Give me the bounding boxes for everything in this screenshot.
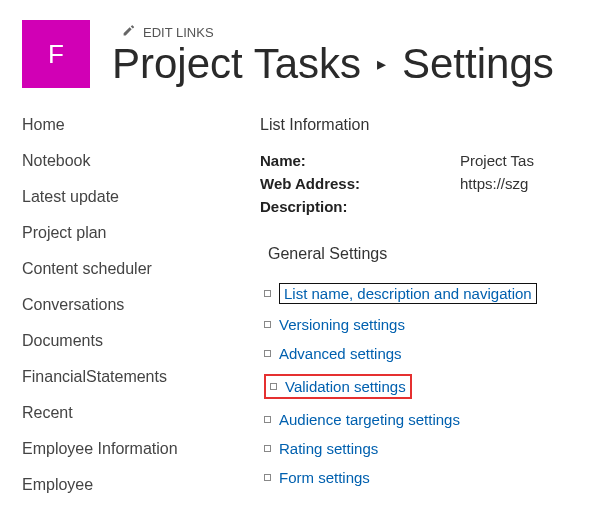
sidebar-item-home[interactable]: Home bbox=[22, 116, 220, 134]
pencil-icon bbox=[122, 24, 135, 40]
setting-audience-targeting-link[interactable]: Audience targeting settings bbox=[279, 411, 460, 428]
bullet-icon bbox=[264, 445, 271, 452]
setting-form: Form settings bbox=[264, 469, 603, 486]
validation-highlight: Validation settings bbox=[264, 374, 412, 399]
description-label: Description: bbox=[260, 198, 460, 215]
setting-versioning: Versioning settings bbox=[264, 316, 603, 333]
general-settings-heading: General Settings bbox=[260, 245, 603, 263]
sidebar-item-recent[interactable]: Recent bbox=[22, 404, 220, 422]
list-information-heading: List Information bbox=[260, 116, 603, 134]
setting-versioning-link[interactable]: Versioning settings bbox=[279, 316, 405, 333]
sidebar-item-project-plan[interactable]: Project plan bbox=[22, 224, 220, 242]
page-title: Project Tasks ▸ Settings bbox=[112, 42, 554, 86]
sidebar-item-content-scheduler[interactable]: Content scheduler bbox=[22, 260, 220, 278]
setting-advanced: Advanced settings bbox=[264, 345, 603, 362]
web-address-value: https://szg bbox=[460, 175, 528, 192]
sidebar-item-latest-update[interactable]: Latest update bbox=[22, 188, 220, 206]
setting-audience-targeting: Audience targeting settings bbox=[264, 411, 603, 428]
sidebar: Home Notebook Latest update Project plan… bbox=[0, 116, 220, 512]
breadcrumb-part2: Settings bbox=[402, 42, 554, 86]
setting-list-name: List name, description and navigation bbox=[264, 283, 603, 304]
sidebar-item-notebook[interactable]: Notebook bbox=[22, 152, 220, 170]
bullet-icon bbox=[264, 416, 271, 423]
name-label: Name: bbox=[260, 152, 460, 169]
setting-validation-link[interactable]: Validation settings bbox=[285, 378, 406, 395]
bullet-icon bbox=[264, 474, 271, 481]
setting-form-link[interactable]: Form settings bbox=[279, 469, 370, 486]
bullet-icon bbox=[264, 321, 271, 328]
bullet-icon bbox=[264, 350, 271, 357]
sidebar-item-documents[interactable]: Documents bbox=[22, 332, 220, 350]
edit-links-button[interactable]: EDIT LINKS bbox=[122, 24, 554, 40]
site-logo[interactable]: F bbox=[22, 20, 90, 88]
setting-advanced-link[interactable]: Advanced settings bbox=[279, 345, 402, 362]
setting-validation: Validation settings bbox=[264, 374, 603, 399]
setting-list-name-link[interactable]: List name, description and navigation bbox=[279, 283, 537, 304]
setting-rating: Rating settings bbox=[264, 440, 603, 457]
breadcrumb-separator-icon: ▸ bbox=[377, 55, 386, 74]
sidebar-item-financialstatements[interactable]: FinancialStatements bbox=[22, 368, 220, 386]
bullet-icon bbox=[270, 383, 277, 390]
general-settings-list: List name, description and navigation Ve… bbox=[260, 283, 603, 486]
bullet-icon bbox=[264, 290, 271, 297]
main-content: List Information Name: Project Tas Web A… bbox=[220, 116, 603, 512]
setting-rating-link[interactable]: Rating settings bbox=[279, 440, 378, 457]
sidebar-item-conversations[interactable]: Conversations bbox=[22, 296, 220, 314]
breadcrumb-part1[interactable]: Project Tasks bbox=[112, 42, 361, 86]
sidebar-item-employee-information[interactable]: Employee Information bbox=[22, 440, 220, 458]
sidebar-item-employee[interactable]: Employee bbox=[22, 476, 220, 494]
name-value: Project Tas bbox=[460, 152, 534, 169]
web-address-label: Web Address: bbox=[260, 175, 460, 192]
edit-links-label: EDIT LINKS bbox=[143, 25, 214, 40]
